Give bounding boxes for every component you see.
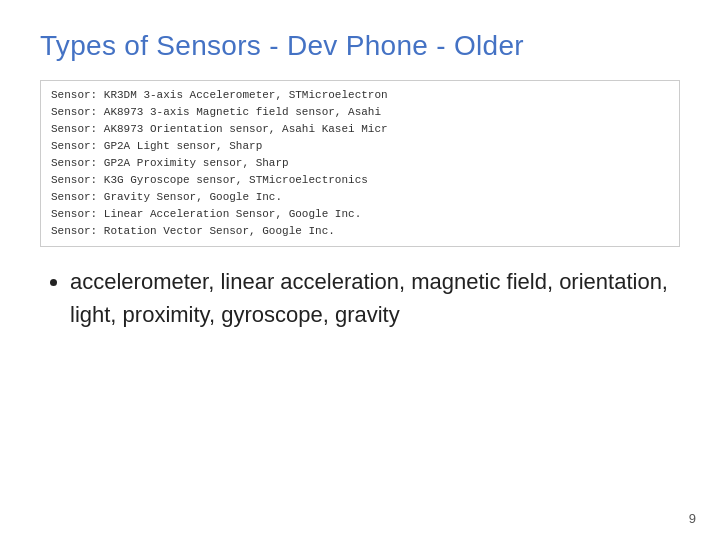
sensor-line: Sensor: K3G Gyroscope sensor, STMicroele…	[51, 172, 669, 189]
slide-container: Types of Sensors - Dev Phone - Older Sen…	[0, 0, 720, 540]
sensor-line: Sensor: AK8973 3-axis Magnetic field sen…	[51, 104, 669, 121]
sensor-line: Sensor: AK8973 Orientation sensor, Asahi…	[51, 121, 669, 138]
sensor-line: Sensor: GP2A Proximity sensor, Sharp	[51, 155, 669, 172]
bullet-text: accelerometer, linear acceleration, magn…	[70, 269, 668, 327]
bullet-section: accelerometer, linear acceleration, magn…	[40, 265, 680, 331]
bullet-item: accelerometer, linear acceleration, magn…	[70, 265, 680, 331]
slide-title: Types of Sensors - Dev Phone - Older	[40, 30, 680, 62]
sensor-line: Sensor: KR3DM 3-axis Accelerometer, STMi…	[51, 87, 669, 104]
sensor-list-box: Sensor: KR3DM 3-axis Accelerometer, STMi…	[40, 80, 680, 247]
sensor-line: Sensor: Rotation Vector Sensor, Google I…	[51, 223, 669, 240]
sensor-line: Sensor: GP2A Light sensor, Sharp	[51, 138, 669, 155]
slide-number: 9	[689, 511, 696, 526]
sensor-line: Sensor: Linear Acceleration Sensor, Goog…	[51, 206, 669, 223]
sensor-line: Sensor: Gravity Sensor, Google Inc.	[51, 189, 669, 206]
